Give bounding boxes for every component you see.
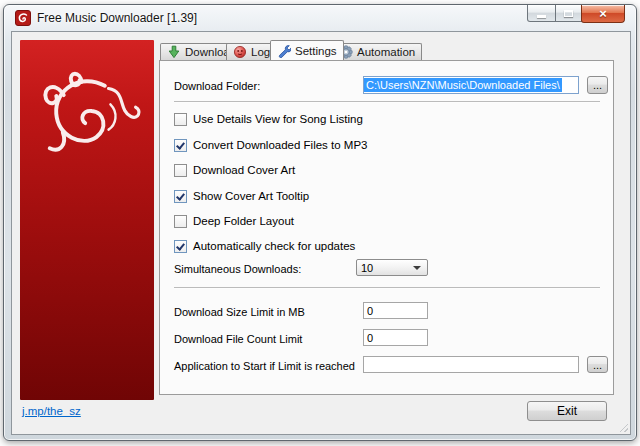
checkbox-deep-folder-layout[interactable]: Deep Folder Layout (174, 214, 294, 228)
client-area: Download Log (11, 31, 631, 435)
simultaneous-downloads-dropdown[interactable]: 10 (356, 259, 428, 276)
simultaneous-downloads-label: Simultaneous Downloads: (174, 263, 301, 275)
tab-automation[interactable]: Automation (332, 43, 422, 60)
checkbox-label: Deep Folder Layout (193, 215, 294, 227)
checkbox-box (174, 113, 187, 126)
checkbox-box (174, 240, 187, 253)
checkmark-icon (176, 191, 185, 200)
close-icon: × (599, 6, 607, 21)
size-limit-label: Download Size Limit in MB (174, 306, 305, 318)
checkbox-label: Download Cover Art (193, 164, 295, 176)
checkbox-label: Convert Downloaded Files to MP3 (193, 139, 368, 151)
app-on-limit-label: Application to Start if Limit is reached (174, 360, 355, 372)
separator-line (174, 287, 600, 289)
download-folder-label: Download Folder: (174, 80, 260, 92)
checkmark-icon (176, 241, 185, 250)
download-arrow-icon (167, 45, 181, 59)
minimize-button[interactable] (527, 5, 556, 22)
size-limit-input[interactable] (363, 302, 428, 319)
download-folder-input[interactable]: C:\Users\NZN\Music\Downloaded Files\ (363, 76, 579, 94)
footer-link[interactable]: j.mp/the_sz (22, 405, 81, 417)
browse-app-button[interactable]: ... (587, 356, 608, 373)
checkbox-download-cover-art[interactable]: Download Cover Art (174, 163, 295, 177)
login-ball-icon (233, 45, 247, 59)
checkbox-box (174, 164, 187, 177)
titlebar[interactable]: Free Music Downloader [1.39] × (4, 5, 636, 31)
checkbox-cover-art-tooltip[interactable]: Show Cover Art Tooltip (174, 189, 309, 203)
app-on-limit-input[interactable] (363, 356, 579, 373)
file-count-limit-input[interactable] (363, 329, 428, 346)
window-title: Free Music Downloader [1.39] (37, 11, 197, 25)
app-window: Free Music Downloader [1.39] × (3, 4, 637, 441)
screenshot-stage: Free Music Downloader [1.39] × (0, 0, 640, 446)
separator-line (174, 101, 600, 103)
checkbox-label: Show Cover Art Tooltip (193, 190, 309, 202)
browse-folder-button[interactable]: ... (587, 76, 608, 94)
tab-settings-label: Settings (295, 45, 337, 57)
window-controls: × (528, 5, 625, 23)
checkbox-box (174, 190, 187, 203)
swirl-flourish-icon (32, 62, 144, 158)
brand-panel (20, 40, 154, 400)
exit-button[interactable]: Exit (527, 401, 607, 421)
checkbox-auto-update[interactable]: Automatically check for updates (174, 239, 355, 253)
maximize-icon (564, 10, 573, 17)
app-logo-icon (15, 10, 31, 26)
tab-automation-label: Automation (357, 46, 415, 58)
chevron-down-icon (413, 266, 421, 270)
resize-grip[interactable] (617, 421, 628, 432)
checkbox-box (174, 215, 187, 228)
minimize-icon (537, 15, 546, 18)
file-count-limit-label: Download File Count Limit (174, 333, 302, 345)
checkbox-details-view[interactable]: Use Details View for Song Listing (174, 112, 363, 126)
close-button[interactable]: × (581, 5, 625, 23)
maximize-button[interactable] (555, 5, 582, 22)
checkbox-box (174, 139, 187, 152)
dropdown-value: 10 (361, 262, 373, 274)
checkmark-icon (176, 140, 185, 149)
checkbox-convert-mp3[interactable]: Convert Downloaded Files to MP3 (174, 138, 368, 152)
checkbox-label: Automatically check for updates (193, 240, 355, 252)
checkbox-label: Use Details View for Song Listing (193, 113, 363, 125)
download-folder-selected-text: C:\Users\NZN\Music\Downloaded Files\ (364, 78, 562, 92)
settings-panel: Download Folder: C:\Users\NZN\Music\Down… (159, 60, 614, 395)
tab-settings[interactable]: Settings (270, 40, 344, 60)
wrench-icon (277, 44, 291, 58)
